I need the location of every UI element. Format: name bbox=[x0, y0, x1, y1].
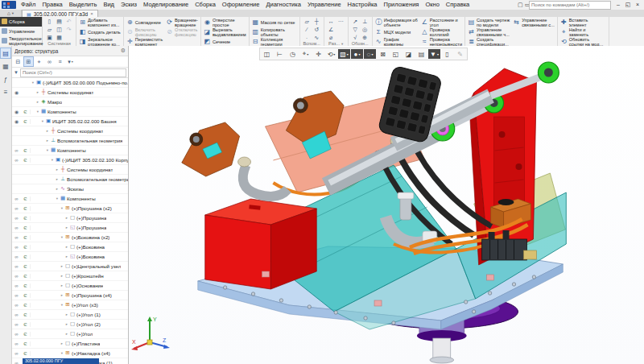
tree-row[interactable]: ∞Є▸▢(+)Угол bbox=[12, 329, 128, 339]
zoom-button[interactable]: ⌖▾ bbox=[299, 49, 312, 59]
clip-view-button[interactable]: ◱ bbox=[390, 49, 402, 59]
visibility-eye-icon[interactable]: ∞ bbox=[12, 235, 21, 240]
visibility-eye-icon[interactable]: ∞ bbox=[12, 322, 21, 327]
tree-row[interactable]: ∞Є▾⊞(+)Проушина (х2) bbox=[12, 204, 128, 213]
aux-plane-button[interactable]: ▱ bbox=[303, 18, 312, 25]
visibility-eye-icon[interactable]: ∞ bbox=[12, 303, 21, 308]
app-logo-icon[interactable] bbox=[2, 1, 16, 9]
gear-icon[interactable]: ⚙ bbox=[121, 48, 126, 54]
visibility-eye-icon[interactable]: ∞ bbox=[12, 206, 21, 211]
tree-more-button[interactable]: ▾▾ bbox=[66, 57, 75, 66]
parameters-panel-tab[interactable]: ▦ bbox=[1, 61, 10, 71]
tree-row[interactable]: ∞Є▸▢(+)Угол (2) bbox=[12, 320, 128, 329]
menu-item[interactable]: Приложения bbox=[381, 0, 423, 10]
display-mode-button[interactable]: ●▾ bbox=[351, 49, 363, 59]
window-layout-icon[interactable]: ▢ bbox=[518, 2, 523, 8]
tree-row[interactable]: ∞Є▾⊞(+)Накладка (х4) bbox=[12, 349, 128, 358]
save-button[interactable]: ▣ bbox=[45, 34, 54, 41]
dim-more-button[interactable]: ⋯ bbox=[336, 18, 345, 25]
tree-sections-button[interactable]: ⊟ bbox=[14, 57, 23, 66]
tree-row[interactable]: ▸┼Системы координат bbox=[12, 165, 128, 175]
tree-graph-button[interactable]: ⊢ bbox=[274, 49, 286, 59]
variables-panel-tab[interactable]: ƒ bbox=[1, 74, 10, 84]
tree-relations-button[interactable]: ∞ bbox=[45, 57, 54, 66]
note-mark-button[interactable]: ⊕ bbox=[361, 34, 369, 41]
visibility-eye-icon[interactable]: ∞ bbox=[12, 254, 21, 259]
menu-item[interactable]: Диагностика bbox=[262, 0, 303, 10]
dim-angular-button[interactable]: ∠ bbox=[327, 26, 336, 33]
create-part-button[interactable]: ◧Создать деталь bbox=[79, 29, 121, 36]
mode-solid-modeling[interactable]: Твердотельное моделирование bbox=[0, 36, 42, 46]
filter-icon[interactable]: ▼ bbox=[14, 70, 19, 75]
aux-spiral-button[interactable]: ↺ bbox=[312, 26, 321, 33]
menu-item[interactable]: Сборка bbox=[192, 0, 219, 10]
place-view-button[interactable]: ▤ bbox=[415, 49, 427, 59]
insert-element-button[interactable]: ✚Вставить элемент bbox=[560, 18, 607, 27]
orientation-button[interactable]: ▧▾ bbox=[338, 49, 350, 59]
tree-row[interactable]: ▸┼Системы координат bbox=[12, 126, 128, 136]
rotate-button[interactable]: ⟲▾ bbox=[325, 49, 337, 59]
manage-linked-drawings-button[interactable]: ⇄Управление связанными ч... bbox=[468, 27, 510, 37]
tree-row[interactable]: ▸∿Эскизы bbox=[12, 184, 128, 194]
move-component-button[interactable]: ✛Переместить компонент bbox=[126, 37, 163, 46]
array-grid-button[interactable]: ▦Массив по сетке bbox=[252, 19, 297, 27]
visibility-eye-icon[interactable]: ◉ bbox=[12, 110, 21, 114]
chevron-down-icon[interactable]: ▾ bbox=[341, 42, 343, 46]
update-links-button[interactable]: ⟲Обновить ссылки на мод... bbox=[560, 37, 607, 46]
object-info-button[interactable]: ⓘИнформация об объекте bbox=[375, 18, 418, 27]
menu-item[interactable]: Файл bbox=[18, 0, 39, 10]
tree-row[interactable]: ∞Є▾▣(-)ИЦИТ 305.02.02.100 Корпус bbox=[12, 155, 128, 165]
pan-button[interactable]: ✛ bbox=[312, 49, 324, 59]
mass-properties-button[interactable]: ΣМЦХ модели bbox=[375, 29, 418, 36]
visibility-eye-icon[interactable]: ∞ bbox=[12, 148, 21, 153]
dim-radial-button[interactable]: ⌀ bbox=[327, 34, 336, 41]
simple-hole-button[interactable]: ◉Отверстие простое bbox=[204, 18, 246, 27]
tree-structure-button[interactable]: ⊞ bbox=[24, 57, 33, 66]
menu-item[interactable]: Настройка bbox=[345, 0, 381, 10]
visibility-eye-icon[interactable]: ∞ bbox=[12, 293, 21, 298]
cut-extrude-button[interactable]: ◪Вырезать выдавливанием bbox=[204, 27, 246, 37]
tree-row[interactable]: ◉Є▾▦Компоненты bbox=[12, 107, 128, 117]
visibility-eye-icon[interactable]: ◉ bbox=[12, 119, 21, 124]
viewport[interactable]: ◫⊢◷⌖▾✛⟲▾▧▾●▾◌▾⊠◱◪▤▼▾▯✎ bbox=[129, 46, 644, 364]
visibility-eye-icon[interactable]: ∞ bbox=[12, 158, 21, 163]
open-folder-button[interactable]: ▱ bbox=[45, 26, 54, 33]
menu-item[interactable]: Моделирование bbox=[140, 0, 192, 10]
tree-row[interactable]: ∞Є▸▢(+)Боковина bbox=[12, 242, 128, 252]
tree-row[interactable]: ◉Є▾▣ИЦИТ 305.02.02.000 Башня bbox=[12, 117, 128, 126]
visibility-eye-icon[interactable]: ∞ bbox=[12, 264, 21, 269]
aux-curve-button[interactable]: ∿ bbox=[312, 34, 321, 41]
close-tab-icon[interactable]: × bbox=[90, 11, 93, 16]
visibility-eye-icon[interactable]: ∞ bbox=[12, 245, 21, 250]
add-component-button[interactable]: ⊞Добавить компонент из... bbox=[79, 18, 121, 27]
tree-row[interactable]: ∞Є▸▢(+)Центральный узел bbox=[12, 262, 128, 271]
mode-assembly[interactable]: Сборка bbox=[0, 17, 42, 27]
tree-row[interactable]: ▸◈Макро bbox=[12, 97, 128, 107]
copy-objects-button[interactable]: ▥Копировать объекты bbox=[252, 27, 297, 37]
print-button[interactable]: ▤ bbox=[55, 18, 64, 25]
menu-item[interactable]: Вид bbox=[100, 0, 118, 10]
new-from-button[interactable]: ▯ bbox=[441, 49, 453, 59]
visibility-eye-icon[interactable]: ∞ bbox=[12, 332, 21, 337]
menu-item[interactable]: Управление bbox=[304, 0, 345, 10]
tree-row[interactable]: ∞Є▸▢(+)Основание bbox=[12, 281, 128, 291]
save-as-button[interactable]: ▦ bbox=[55, 34, 64, 41]
tree-row[interactable]: ∞Є▸▢(+)Проушина bbox=[12, 213, 128, 223]
normal-to-button[interactable]: ⊠ bbox=[377, 49, 389, 59]
tree-row[interactable]: ∞Є▸⊞(+)Проушина (х4) bbox=[12, 291, 128, 300]
tree-row[interactable]: ∞Є▾▦Компоненты bbox=[12, 194, 128, 204]
visibility-eye-icon[interactable]: ∞ bbox=[12, 225, 21, 230]
geometry-collection-button[interactable]: ⊟Коллекция геометрии bbox=[252, 37, 297, 46]
aux-axis-button[interactable]: ∕ bbox=[303, 26, 312, 33]
menu-item[interactable]: Правка bbox=[39, 0, 65, 10]
callouts-button[interactable]: ◷ bbox=[287, 49, 299, 59]
tree-row[interactable]: ∞Є▾⊞(+)Боковина (х2) bbox=[12, 233, 128, 242]
tree-search-input[interactable] bbox=[20, 68, 126, 77]
distance-angle-button[interactable]: ∠Расстояние и угол bbox=[421, 18, 462, 27]
visibility-eye-icon[interactable]: ∞ bbox=[12, 341, 21, 346]
new-doc-button[interactable]: ▯ bbox=[45, 18, 54, 25]
tree-row[interactable]: ◉▸┼Системы координат bbox=[12, 88, 128, 97]
menu-item[interactable]: Окно bbox=[422, 0, 442, 10]
dock-panels-button[interactable]: ◫ bbox=[261, 49, 273, 59]
menu-item[interactable]: Эскиз bbox=[118, 0, 140, 10]
